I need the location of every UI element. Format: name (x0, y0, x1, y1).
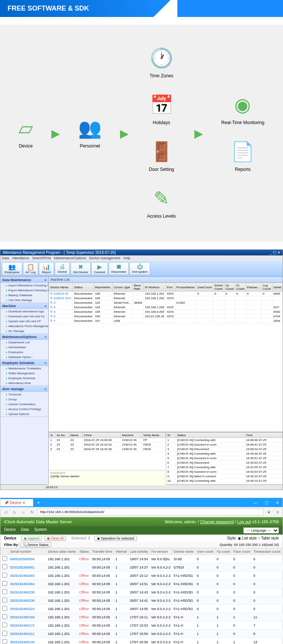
status-log-grid[interactable]: IDStatusTime1[CHECK IN] Connecting with1… (166, 432, 283, 484)
toolbar-report[interactable]: 📊Report (39, 262, 54, 275)
table-row[interactable]: 10[CHECK IN] Connecting with16:44:10 07-… (166, 479, 283, 483)
table-row[interactable]: 3[CHECK IN] Disconnect16:09:24 07-25 (166, 447, 283, 452)
url-input[interactable]: http://192.168.1.88:8082/iclock/data/icl… (37, 509, 263, 515)
row-checkbox[interactable] (2, 631, 7, 636)
menu-item[interactable]: Help (123, 256, 131, 260)
table-row[interactable]: 3929182460236192.168.1.201Offline00:00;1… (1, 596, 283, 605)
menu-item[interactable]: Data (21, 527, 29, 532)
menu-item[interactable]: System (34, 527, 47, 532)
sidebar-item[interactable]: Employees (0, 350, 48, 355)
sidebar-item[interactable]: Import Attendance Checking Data (0, 283, 48, 288)
toolbar-employees[interactable]: 👥Employees (2, 262, 22, 275)
table-row[interactable]: ↻ 7Disconnected107USB3204 (49, 319, 283, 323)
sidebar-item[interactable]: AC Manage (0, 329, 48, 334)
list-style-radio[interactable]: ◉ List style (238, 536, 257, 540)
row-checkbox[interactable] (2, 622, 7, 627)
table-row[interactable]: 8[CHECK IN] Succeed in conn16:42:03 07-2… (166, 470, 283, 474)
device-table[interactable]: Serial numberDevice alias nameStatusTran… (0, 548, 283, 644)
table-row[interactable]: ↻ CHECK OUTDisconnected109Ethernet192.16… (49, 296, 283, 301)
menu-item[interactable]: Maintenance/Options (54, 256, 86, 260)
sidebar-item[interactable]: Download attendance logs (0, 309, 48, 314)
table-row[interactable]: 3929182460224192.168.1.201Offline00:00;1… (1, 605, 283, 613)
row-checkbox[interactable] (2, 573, 7, 578)
language-select[interactable]: --- Language --- (243, 527, 279, 533)
sidebar-section-header[interactable]: door manage« (0, 386, 48, 392)
sidebar-section-header[interactable]: Data Maintenance« (0, 277, 48, 283)
append-button[interactable]: ◉ Append (21, 536, 42, 541)
toolbar-connect[interactable]: ▶Connect (91, 262, 108, 275)
row-checkbox[interactable] (2, 639, 7, 644)
sidebar-item[interactable]: Timezone (0, 392, 48, 397)
table-row[interactable]: 3929182460265192.168.1.201Offline00:00;1… (1, 572, 283, 580)
sidebar-item[interactable]: Administrator (0, 345, 48, 350)
events-grid[interactable]: IdAc-NoNamesTimeMachineVerify Mode123232… (49, 432, 166, 470)
menu-icon[interactable]: ≡ (274, 509, 281, 515)
sidebar-item[interactable]: Upload user info and FP (0, 319, 48, 324)
table-row[interactable]: 3929182460161192.168.1.201Offline00:00;1… (1, 630, 283, 638)
menu-item[interactable]: Device (4, 527, 16, 532)
table-row[interactable]: 2[CHECK IN] Succeed in conn16:08:41 07-2… (166, 443, 283, 447)
maximize-button[interactable]: ▢ (261, 499, 272, 506)
table-row[interactable]: 3929182460238192.168.1.201Offline00:00;1… (1, 588, 283, 596)
table-row[interactable]: 5203182260081192.168.1.20100:00;14:05123… (1, 563, 283, 572)
row-checkbox[interactable] (2, 614, 7, 619)
row-checkbox[interactable] (2, 564, 7, 569)
table-row[interactable]: 3929182460172192.168.1.201Offline00:00;1… (1, 621, 283, 630)
close-button[interactable]: ✕ (272, 499, 283, 506)
toolbar-ac-log[interactable]: 📋AC Log (23, 262, 38, 275)
sidebar-item[interactable]: Upload Options (0, 412, 48, 417)
toolbar-del-device[interactable]: ✖Del Device (71, 262, 91, 275)
table-row[interactable]: 4[CHECK IN] Connecting with16:35:44 07-2… (166, 452, 283, 456)
change-password-link[interactable]: Change password (200, 520, 234, 524)
sidebar-item[interactable]: Attendance Rule (0, 381, 48, 386)
table-row[interactable]: ↻ CHECK INDisconnected108Ethernet192.168… (49, 292, 283, 296)
table-row[interactable]: 6669182500504192.168.1.201Offline00:00;1… (1, 555, 283, 563)
clear-all-button[interactable]: ◉ Clear All (44, 536, 66, 541)
sidebar-item[interactable]: Department List (0, 340, 48, 345)
sidebar-item[interactable]: Employee Schedule (0, 376, 48, 381)
table-row[interactable]: 3929182460140192.168.1.201Offline00:00;1… (1, 638, 283, 644)
table-row[interactable]: 3929182460264192.168.1.201Offline00:00;1… (1, 580, 283, 588)
row-checkbox[interactable] (2, 581, 7, 586)
sidebar-item[interactable]: Usb Disk Manage (0, 298, 48, 303)
sidebar-item[interactable]: Attendance Photo Management (0, 324, 48, 329)
table-row[interactable]: 223232018-07-25 16:42:32CHECK INFACE (49, 443, 166, 447)
sidebar-item[interactable]: Maintenance Timetables (0, 366, 48, 371)
home-button[interactable]: ⌂ (20, 509, 27, 515)
row-checkbox[interactable] (2, 606, 7, 611)
sidebar-section-header[interactable]: Employee Schedule« (0, 360, 48, 366)
sidebar-item[interactable]: Access Control Privilege (0, 407, 48, 412)
table-row[interactable]: 11[CHECK IN] failed in connect16:44:24 0… (166, 483, 283, 485)
table-style-radio[interactable]: ○ Table style (258, 536, 279, 540)
toolbar-exit-system[interactable]: ⏻Exit system (129, 262, 150, 275)
table-row[interactable]: 323232018-07-25 16:42:36CHECK INFACE (49, 447, 166, 452)
window-controls[interactable]: _ ▢ ✕ (270, 251, 280, 255)
toolbar-disconnect[interactable]: ⏹Disconnect (109, 262, 129, 275)
row-checkbox[interactable] (2, 598, 7, 603)
sidebar-item[interactable]: Unlock Combination (0, 402, 48, 407)
logout-link[interactable]: Log out (237, 520, 251, 524)
back-button[interactable]: ◁ (2, 509, 9, 515)
table-row[interactable]: 1[CHECK IN] Connecting with16:08:40 07-2… (166, 438, 283, 443)
table-row[interactable]: 3929182480189192.168.1.201Offline00:00;1… (1, 613, 283, 621)
table-row[interactable]: ↻ 5Disconnected105Ethernet192.168.0.2054… (49, 310, 283, 314)
table-row[interactable]: ↻ 3Disconnected103Serial Port/...38400CO… (49, 301, 283, 305)
forward-button[interactable]: ▷ (11, 509, 18, 515)
machine-list-grid[interactable]: Device NameStatusMachineNo.Comm. typeBau… (49, 283, 283, 432)
menu-item[interactable]: Data (2, 256, 9, 260)
table-row[interactable]: ↻ 6Disconnected106Ethernet101.81.228.394… (49, 314, 283, 319)
bookmark-icon[interactable]: ★ (265, 509, 273, 515)
sidebar-section-header[interactable]: Machine« (0, 303, 48, 309)
row-checkbox[interactable] (2, 556, 7, 561)
menu-item[interactable]: Attendance (12, 256, 29, 260)
table-row[interactable]: ↻ 4Disconnected104Ethernet192.168.1.2054… (49, 305, 283, 310)
sidebar-item[interactable]: Shifts Management (0, 371, 48, 376)
table-row[interactable]: 5[CHECK IN] Succeed in conn16:35:51 07-2… (166, 456, 283, 461)
sidebar-item[interactable]: Backup Database (0, 293, 48, 298)
new-tab-button[interactable]: + (33, 498, 44, 507)
table-row[interactable]: 6[CHECK IN] Disconnect16:39:03 07-25 (166, 461, 283, 465)
toolbar-device[interactable]: 🖨Device (55, 262, 70, 275)
table-row[interactable]: 123232018-07-25 16:08:39CHECK INFP (49, 438, 166, 443)
sidebar-item[interactable]: Database Option... (0, 355, 48, 360)
sidebar-item[interactable]: Download user info and Fp (0, 314, 48, 319)
